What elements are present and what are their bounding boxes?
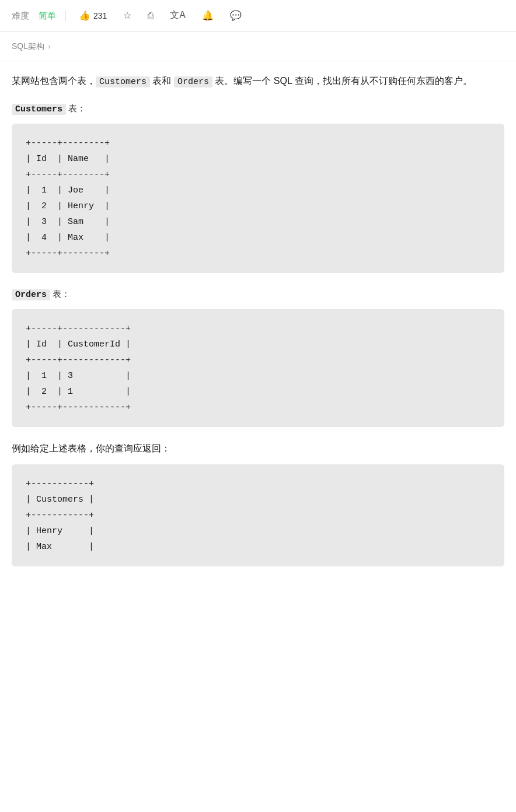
translate-icon: 文A (170, 9, 186, 22)
desc-text-middle: 表和 (150, 76, 174, 86)
share-button[interactable]: ⎙ (144, 8, 157, 23)
comment-button[interactable]: 💬 (226, 8, 245, 23)
bell-button[interactable]: 🔔 (198, 8, 217, 23)
breadcrumb-label: SQL架构 (12, 40, 44, 52)
difficulty-label: 难度 (12, 9, 29, 23)
main-content: 某网站包含两个表，Customers 表和 Orders 表。编写一个 SQL … (0, 61, 516, 604)
orders-table-block: +-----+------------+ | Id | CustomerId |… (12, 309, 504, 427)
problem-description: 某网站包含两个表，Customers 表和 Orders 表。编写一个 SQL … (12, 73, 504, 90)
top-bar: 难度 简单 👍 231 ☆ ⎙ 文A 🔔 💬 (0, 0, 516, 32)
desc-text-before: 某网站包含两个表， (12, 76, 96, 86)
like-icon: 👍 (79, 10, 90, 21)
orders-table-label-code: Orders (12, 289, 50, 300)
star-icon: ☆ (123, 10, 131, 21)
star-button[interactable]: ☆ (120, 8, 135, 23)
breadcrumb[interactable]: SQL架构 › (0, 32, 516, 61)
orders-inline-code: Orders (174, 76, 212, 88)
orders-table-label: Orders 表： (12, 287, 504, 302)
desc-text-after: 表。编写一个 SQL 查询，找出所有从不订购任何东西的客户。 (212, 76, 472, 86)
comment-icon: 💬 (230, 10, 242, 21)
result-block: +-----------+ | Customers | +-----------… (12, 464, 504, 566)
result-label: 例如给定上述表格，你的查询应返回： (12, 441, 504, 456)
share-icon: ⎙ (148, 10, 154, 21)
customers-table-label: Customers 表： (12, 102, 504, 117)
translate-button[interactable]: 文A (166, 7, 189, 24)
like-count: 231 (93, 11, 107, 20)
breadcrumb-chevron: › (48, 40, 51, 52)
customers-inline-code: Customers (96, 76, 150, 88)
divider (65, 10, 66, 22)
difficulty-value: 简单 (39, 9, 56, 23)
like-button[interactable]: 👍 231 (75, 8, 110, 23)
customers-table-label-code: Customers (12, 104, 66, 115)
bell-icon: 🔔 (202, 10, 214, 21)
customers-table-block: +-----+--------+ | Id | Name | +-----+--… (12, 124, 504, 273)
